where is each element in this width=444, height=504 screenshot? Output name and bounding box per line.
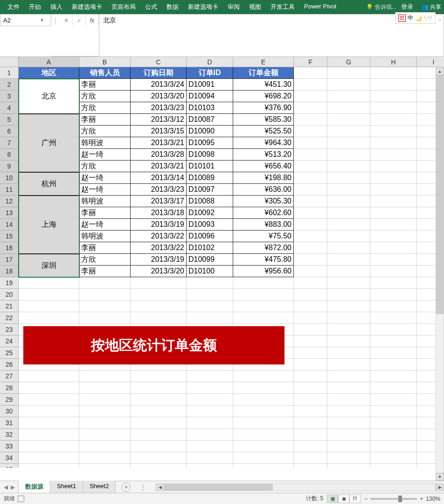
cell-E32[interactable] [233,429,294,441]
col-header-I[interactable]: I [417,57,444,67]
ribbon-tab-审阅[interactable]: 审阅 [223,0,244,14]
cell-C14[interactable]: 2013/3/19 [131,219,187,231]
cell-C4[interactable]: 2013/3/23 [131,102,187,114]
cell-D19[interactable] [187,277,233,289]
cell-D2[interactable]: D10091 [187,79,233,91]
cell-C10[interactable]: 2013/3/14 [131,172,187,184]
zoom-level[interactable]: 130% [426,496,440,502]
cell-D3[interactable]: D10094 [187,91,233,102]
cell-H4[interactable] [370,102,417,114]
ime-indicator[interactable]: 囯 中 🌙 °ᵧ 🛡 [395,12,436,24]
cell-E22[interactable] [233,312,294,324]
view-normal-button[interactable]: ▦ [327,495,338,503]
cell-E11[interactable]: ¥636.00 [233,184,294,196]
cell-F18[interactable] [294,266,327,277]
cell-A1[interactable]: 地区 [19,67,79,79]
cell-D18[interactable]: D10100 [187,266,233,277]
cell-G12[interactable] [327,196,370,207]
cell-C8[interactable]: 2013/3/28 [131,149,187,161]
cell-A30[interactable] [19,406,79,417]
cell-F35[interactable] [294,464,327,468]
merged-region-广州[interactable]: 广州 [19,114,79,172]
cell-F4[interactable] [294,102,327,114]
cell-G16[interactable] [327,242,370,254]
col-header-A[interactable]: A [19,57,79,67]
cell-F33[interactable] [294,441,327,452]
cell-C22[interactable] [131,312,187,324]
cell-H29[interactable] [370,394,417,406]
cell-F5[interactable] [294,114,327,126]
cell-E19[interactable] [233,277,294,289]
cell-A35[interactable] [19,464,79,468]
cell-F9[interactable] [294,161,327,172]
select-all-corner[interactable] [0,57,19,67]
cell-D31[interactable] [187,417,233,429]
cell-B8[interactable]: 赵一绮 [79,149,131,161]
cell-F29[interactable] [294,394,327,406]
cell-C12[interactable]: 2013/3/17 [131,196,187,207]
col-header-F[interactable]: F [294,57,327,67]
row-header-15[interactable]: 15 [0,231,19,242]
row-header-27[interactable]: 27 [0,371,19,382]
cell-C35[interactable] [131,464,187,468]
cell-C18[interactable]: 2013/3/20 [131,266,187,277]
cell-H3[interactable] [370,91,417,102]
cell-B30[interactable] [79,406,131,417]
cell-G26[interactable] [327,359,370,371]
cell-H10[interactable] [370,172,417,184]
cell-D5[interactable]: D10087 [187,114,233,126]
row-header-10[interactable]: 10 [0,172,19,184]
cell-D17[interactable]: D10099 [187,254,233,266]
cell-D8[interactable]: D10098 [187,149,233,161]
row-header-35[interactable]: 35 [0,464,19,468]
row-header-24[interactable]: 24 [0,336,19,347]
cell-H6[interactable] [370,126,417,137]
cell-E3[interactable]: ¥698.20 [233,91,294,102]
col-header-B[interactable]: B [79,57,131,67]
cell-F1[interactable] [294,67,327,79]
cell-B10[interactable]: 赵一绮 [79,172,131,184]
formula-expand-icon[interactable]: ⌄ [438,16,442,21]
ribbon-tab-Power Pivot[interactable]: Power Pivot [299,0,341,14]
row-header-25[interactable]: 25 [0,347,19,359]
cell-B32[interactable] [79,429,131,441]
cell-C32[interactable] [131,429,187,441]
cell-E9[interactable]: ¥656.40 [233,161,294,172]
ribbon-tab-开始[interactable]: 开始 [24,0,46,14]
row-header-2[interactable]: 2 [0,79,19,91]
share-button[interactable]: 👥 共享 [422,3,441,11]
cell-F32[interactable] [294,429,327,441]
cell-D29[interactable] [187,394,233,406]
cell-H16[interactable] [370,242,417,254]
cell-E6[interactable]: ¥525.50 [233,126,294,137]
cell-B5[interactable]: 李丽 [79,114,131,126]
cell-F16[interactable] [294,242,327,254]
row-header-17[interactable]: 17 [0,254,19,266]
cell-E15[interactable]: ¥75.50 [233,231,294,242]
cell-E17[interactable]: ¥475.80 [233,254,294,266]
row-header-33[interactable]: 33 [0,441,19,452]
cell-F20[interactable] [294,289,327,301]
cell-H19[interactable] [370,277,417,289]
cell-C7[interactable]: 2013/3/21 [131,137,187,149]
cell-H1[interactable] [370,67,417,79]
cell-G29[interactable] [327,394,370,406]
cell-H17[interactable] [370,254,417,266]
cell-D9[interactable]: D10101 [187,161,233,172]
cell-E27[interactable] [233,371,294,382]
cell-F25[interactable] [294,347,327,359]
cell-B31[interactable] [79,417,131,429]
cell-C31[interactable] [131,417,187,429]
cell-H7[interactable] [370,137,417,149]
cell-H30[interactable] [370,406,417,417]
name-box[interactable]: ▾ [0,14,51,26]
cell-E1[interactable]: 订单金额 [233,67,294,79]
cell-D30[interactable] [187,406,233,417]
ribbon-tab-视图[interactable]: 视图 [244,0,266,14]
row-header-31[interactable]: 31 [0,417,19,429]
cell-E29[interactable] [233,394,294,406]
cell-A33[interactable] [19,441,79,452]
row-header-16[interactable]: 16 [0,242,19,254]
cell-A22[interactable] [19,312,79,324]
cell-G8[interactable] [327,149,370,161]
